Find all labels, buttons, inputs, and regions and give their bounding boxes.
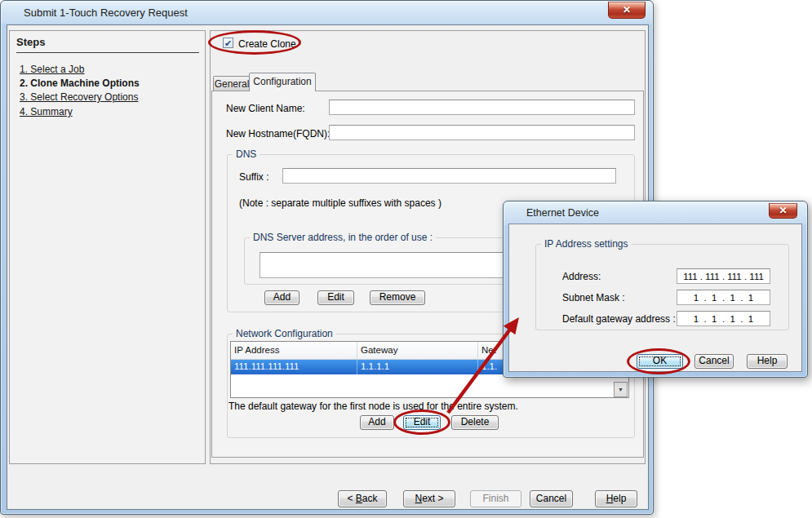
new-client-name-input[interactable] (329, 100, 635, 115)
dns-suffix-note: (Note : separate multiple suffixes with … (239, 197, 441, 209)
ethernet-client-area: IP Address settings Address: Subnet Mask… (508, 224, 802, 372)
tab-configuration[interactable]: Configuration (249, 73, 316, 91)
new-hostname-input[interactable] (329, 125, 635, 140)
ethernet-close-button[interactable]: ✕ (769, 203, 797, 219)
network-delete-button[interactable]: Delete (451, 415, 499, 430)
next-button[interactable]: Next > (403, 490, 455, 507)
subnet-mask-field[interactable] (677, 290, 770, 305)
dns-remove-button[interactable]: Remove (370, 290, 425, 305)
ethernet-help-button[interactable]: Help (747, 354, 788, 369)
tab-configuration-label: Configuration (253, 76, 311, 87)
create-clone-checkmark: ✔ (224, 38, 232, 48)
create-clone-checkbox[interactable]: ✔ (223, 38, 233, 48)
default-gateway-note: The default gateway for the first node i… (229, 401, 518, 412)
tab-general-label: General (215, 78, 250, 90)
cell-ip-address: 111.111.111.111 (231, 360, 357, 374)
ethernet-device-dialog: Ethernet Device ✕ IP Address settings Ad… (503, 201, 808, 378)
sidebar-item-clone-machine-options: 2. Clone Machine Options (20, 77, 140, 89)
ip-address-settings-label: IP Address settings (541, 238, 632, 250)
network-edit-button[interactable]: Edit (403, 415, 441, 430)
default-gateway-label: Default gateway address : (562, 313, 676, 325)
dns-edit-button[interactable]: Edit (317, 290, 354, 305)
close-icon: ✕ (779, 205, 787, 216)
new-hostname-label: New Hostname(FQDN): (226, 128, 330, 139)
create-clone-label: Create Clone (238, 38, 296, 50)
new-client-name-label: New Client Name: (226, 103, 305, 114)
network-add-button[interactable]: Add (360, 415, 394, 430)
close-icon: ✕ (623, 4, 631, 15)
steps-panel: Steps 1. Select a Job 2. Clone Machine O… (9, 30, 206, 464)
table-scroll-down-button[interactable]: ▼ (614, 382, 628, 397)
sidebar-item-select-a-job[interactable]: 1. Select a Job (20, 64, 84, 75)
column-header-ip-address[interactable]: IP Address (231, 342, 357, 359)
help-button[interactable]: Help (595, 490, 637, 507)
dns-server-group-label: DNS Server address, in the order of use … (250, 232, 436, 243)
network-configuration-group-label: Network Configuration (233, 328, 336, 339)
column-header-gateway[interactable]: Gateway (357, 342, 478, 359)
cancel-button[interactable]: Cancel (530, 490, 573, 507)
steps-heading: Steps (16, 36, 199, 53)
cell-gateway: 1.1.1.1 (357, 360, 478, 374)
main-window-title: Submit 1-Touch Recovery Request (24, 7, 188, 19)
chevron-down-icon: ▼ (618, 387, 623, 392)
checkmark-icon: ✔ (224, 38, 232, 48)
dns-suffix-input[interactable] (282, 168, 616, 184)
dns-add-button[interactable]: Add (264, 290, 300, 305)
address-field[interactable] (677, 268, 770, 284)
default-gateway-field[interactable] (677, 311, 770, 326)
dns-suffix-label: Suffix : (239, 171, 268, 183)
address-label: Address: (562, 271, 601, 282)
ok-button[interactable]: OK (637, 354, 683, 369)
finish-button: Finish (470, 490, 521, 507)
ethernet-dialog-title: Ethernet Device (526, 207, 599, 219)
tab-general[interactable]: General (213, 76, 251, 91)
dns-group-label: DNS (233, 148, 260, 160)
back-button[interactable]: < Back (338, 490, 387, 507)
subnet-mask-label: Subnet Mask : (562, 292, 625, 303)
sidebar-item-summary[interactable]: 4. Summary (20, 106, 73, 117)
screen: Submit 1-Touch Recovery Request ✕ Steps … (0, 0, 812, 518)
ethernet-cancel-button[interactable]: Cancel (694, 354, 734, 369)
main-close-button[interactable]: ✕ (608, 2, 646, 19)
sidebar-item-select-recovery-options[interactable]: 3. Select Recovery Options (20, 91, 138, 103)
